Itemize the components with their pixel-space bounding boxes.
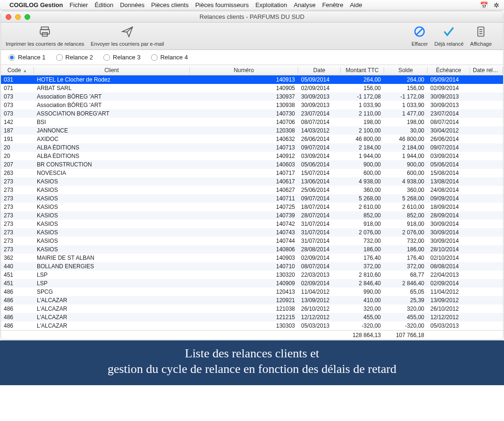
table-row[interactable]: 486L'ALCAZAR12092113/09/2012410,0025,391… [1,296,503,305]
cell-numero: 120308 [190,127,298,134]
table-row[interactable]: 20ALBA ÉDITIONS14091203/09/20141 944,001… [1,152,503,160]
cell-montant: 918,00 [341,221,384,227]
col-header-solde[interactable]: Solde [384,67,428,74]
prohibit-icon [413,25,426,40]
col-header-client[interactable]: Client [34,67,190,74]
col-header-date[interactable]: Date [298,67,341,74]
table-row[interactable]: 073Association BÔREG 'ART13093730/09/201… [1,92,503,101]
display-button[interactable]: Affichage [470,25,492,47]
cell-client: KASIOS [34,238,190,244]
table-row[interactable]: 071ARBAT SARL14090502/09/2014156,00156,0… [1,84,503,92]
cell-numero: 140744 [190,238,298,244]
cell-client: MAIRIE DE ST ALBAN [34,255,190,261]
table-row[interactable]: 451LSP13032022/03/20132 810,6068,7722/04… [1,271,503,279]
menu-donnees[interactable]: Données [120,1,144,8]
table-row[interactable]: 187JANNONCE12030814/03/20122 100,0030,00… [1,126,503,135]
gear-icon[interactable]: ✲ [494,1,499,9]
col-header-montant[interactable]: Montant TTC [341,67,384,74]
table-row[interactable]: 073Association BÔREG 'ART13093830/09/201… [1,101,503,109]
menu-pieces-fournisseurs[interactable]: Pièces fournisseurs [195,1,249,8]
cell-client: L'ALCAZAR [34,322,190,329]
cell-code: 071 [1,85,34,91]
table-row[interactable]: 362MAIRIE DE ST ALBAN14090302/09/2014176… [1,254,503,262]
radio-relance-2[interactable]: Relance 2 [56,54,93,61]
clear-button[interactable]: Effacer [412,25,428,47]
cell-solde: 65,05 [384,289,428,295]
cell-montant: 360,00 [341,187,384,193]
cell-montant: -1 172,08 [341,93,384,100]
radio-relance-1[interactable]: Relance 1 [8,54,46,61]
window-zoom-button[interactable] [25,14,30,20]
cell-echeance: 15/08/2014 [428,170,470,176]
table-row[interactable]: 486L'ALCAZAR13030305/03/2013-320,00-320,… [1,322,503,330]
cell-solde: -1 172,08 [384,93,428,100]
table-row[interactable]: 142BSI14070608/07/2014198,00198,0008/07/… [1,118,503,126]
cell-code: 031 [1,76,34,83]
table-row[interactable]: 486L'ALCAZAR12121512/12/2012455,00455,00… [1,313,503,322]
app-name[interactable]: COGILOG Gestion [9,1,63,8]
cell-code: 273 [1,221,34,227]
cell-code: 20 [1,153,34,159]
checkmark-icon [443,25,455,40]
done-button[interactable]: Déjà relancé [435,25,464,47]
menu-analyse[interactable]: Analyse [294,1,315,8]
cell-client: KASIOS [34,195,190,202]
print-button[interactable]: Imprimer les courriers de relances [6,25,84,47]
table-row[interactable]: 273KASIOS14061713/06/20144 938,004 938,0… [1,177,503,186]
table-row[interactable]: 486SPCG12041311/04/2012990,0065,0511/04/… [1,288,503,296]
table-row[interactable]: 031HOTEL Le Clocher de Rodez14091305/09/… [1,75,503,84]
table-row[interactable]: 440BOLLAND ENERGIES14071008/07/2014372,0… [1,262,503,271]
cell-solde: 900,00 [384,161,428,168]
cell-client: HOTEL Le Clocher de Rodez [34,76,190,83]
cell-client: JANNONCE [34,127,190,134]
table-row[interactable]: 486L'ALCAZAR12103826/10/2012320,00320,00… [1,305,503,313]
cell-solde: 360,00 [384,187,428,193]
radio-relance-4[interactable]: Relance 4 [151,54,188,61]
table-row[interactable]: 273KASIOS14071109/07/20145 268,005 268,0… [1,194,503,203]
table-row[interactable]: 207BR CONSTRUCTION14060305/06/2014900,00… [1,160,503,169]
cell-date: 26/06/2014 [298,136,341,142]
table-row[interactable]: 191AXIDOC14063226/06/201446 800,0046 800… [1,135,503,143]
send-button[interactable]: Envoyer les courriers par e-mail [91,25,164,47]
menu-pieces-clients[interactable]: Pièces clients [151,1,188,8]
cell-solde: 176,40 [384,255,428,261]
cell-echeance: 08/07/2014 [428,119,470,125]
menu-edition[interactable]: Édition [94,1,113,8]
menu-fichier[interactable]: Fichier [69,1,88,8]
table-row[interactable]: 263NOVESCIA14071715/07/2014600,00600,001… [1,169,503,177]
cell-numero: 130937 [190,93,298,100]
table-row[interactable]: 20ALBA ÉDITIONS14071309/07/20142 184,002… [1,143,503,152]
cell-date: 31/07/2014 [298,238,341,244]
radio-relance-3[interactable]: Relance 3 [103,54,141,61]
table-row[interactable]: 073ASSOCIATION BOREG'ART14073023/07/2014… [1,109,503,118]
table-row[interactable]: 273KASIOS14074231/07/2014918,00918,0030/… [1,220,503,228]
cell-montant: 2 810,60 [341,272,384,278]
relance-radio-group: Relance 1 Relance 2 Relance 3 Relance 4 [1,50,503,65]
col-header-numero[interactable]: Numéro [190,67,298,74]
cell-solde: 1 477,00 [384,110,428,117]
table-row[interactable]: 273KASIOS14073928/07/2014852,00852,0028/… [1,211,503,220]
cell-code: 273 [1,178,34,185]
cell-montant: 600,00 [341,170,384,176]
col-header-daterelance[interactable]: Date relance [470,67,503,74]
cell-solde: 732,00 [384,238,428,244]
col-header-code[interactable]: Code▲ [1,67,34,74]
window-close-button[interactable] [6,14,11,20]
table-row[interactable]: 273KASIOS14080628/08/2014186,00186,0028/… [1,245,503,254]
table-row[interactable]: 273KASIOS14072518/07/20142 610,002 610,0… [1,203,503,211]
cell-numero: 140617 [190,178,298,185]
table-row[interactable]: 273KASIOS14074431/07/2014732,00732,0030/… [1,237,503,245]
cell-date: 05/03/2013 [298,322,341,329]
window-minimize-button[interactable] [15,14,21,20]
menu-exploitation[interactable]: Exploitation [255,1,287,8]
table-row[interactable]: 451LSP14090902/09/20142 846,402 846,4002… [1,279,503,288]
cell-numero: 140913 [190,76,298,83]
table-row[interactable]: 273KASIOS14074331/07/20142 076,002 076,0… [1,228,503,237]
col-header-echeance[interactable]: Échéance [428,67,470,74]
calendar-icon[interactable]: 📅 [480,1,488,9]
menu-aide[interactable]: Aide [350,1,362,8]
cell-date: 18/07/2014 [298,204,341,210]
menu-fenetre[interactable]: Fenêtre [322,1,344,8]
table-row[interactable]: 273KASIOS14062725/06/2014360,00360,0024/… [1,186,503,194]
cell-montant: 198,00 [341,119,384,125]
